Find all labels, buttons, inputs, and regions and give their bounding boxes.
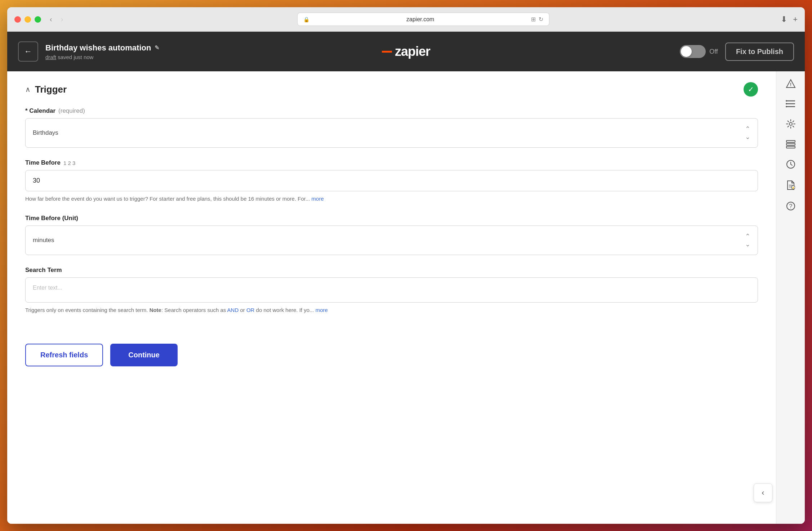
collapse-trigger-button[interactable]: ∧ [25, 85, 31, 94]
unit-chevron-icon: ⌃⌄ [745, 232, 750, 248]
refresh-fields-button[interactable]: Refresh fields [25, 344, 103, 366]
collapse-panel-icon: ‹ [762, 488, 764, 497]
back-nav-button[interactable]: ‹ [47, 14, 55, 25]
search-term-placeholder: Enter text... [33, 285, 62, 291]
trigger-title-row: ∧ Trigger [25, 84, 67, 95]
zapier-logo: zapier [382, 44, 430, 59]
svg-point-6 [786, 106, 787, 107]
time-before-more-link[interactable]: more [312, 196, 324, 202]
calendar-required: (required) [58, 107, 85, 115]
header-right: Off Fix to Publish [680, 43, 794, 61]
file-icon[interactable]: ⚡ [786, 180, 795, 190]
search-term-label: Search Term [25, 267, 758, 274]
new-tab-icon[interactable]: + [793, 15, 798, 24]
maximize-button[interactable] [35, 16, 41, 23]
time-before-label: Time Before 1 2 3 [25, 159, 758, 166]
left-panel: ∧ Trigger ✓ * Calendar (required) Birthd… [7, 71, 776, 524]
search-term-more-link[interactable]: more [316, 307, 328, 313]
lock-icon: 🔒 [303, 17, 309, 22]
svg-text:?: ? [789, 203, 792, 209]
time-before-unit-label-text: Time Before (Unit) [25, 215, 78, 222]
time-before-hint: 1 2 3 [63, 160, 75, 166]
list-icon[interactable] [786, 99, 796, 108]
search-term-input[interactable]: Enter text... [25, 277, 758, 303]
browser-actions: ⬇ + [781, 15, 798, 24]
collapse-panel-button[interactable]: ‹ [754, 483, 772, 502]
time-before-unit-field-group: Time Before (Unit) minutes ⌃⌄ [25, 215, 758, 255]
calendar-field-group: * Calendar (required) Birthdays ⌃⌄ [25, 107, 758, 148]
close-button[interactable] [14, 16, 21, 23]
calendar-label: * Calendar (required) [25, 107, 758, 115]
browser-titlebar: ‹ › 🔒 zapier.com ⊞ ↻ ⬇ + [7, 7, 805, 32]
app-header: ← Birthday wishes automation ✎ draft sav… [7, 32, 805, 71]
traffic-lights [14, 16, 41, 23]
search-term-field-group: Search Term Enter text... Triggers only … [25, 267, 758, 314]
nav-buttons: ‹ › [47, 14, 66, 25]
svg-rect-10 [786, 146, 795, 148]
minimize-button[interactable] [24, 16, 31, 23]
trigger-success-badge: ✓ [744, 82, 758, 97]
settings-icon[interactable] [786, 119, 796, 129]
back-button[interactable]: ← [18, 41, 38, 62]
version-tag: ver. e9deaed8 [11, 515, 40, 520]
time-before-unit-value: minutes [33, 237, 54, 244]
time-before-input[interactable] [25, 170, 758, 191]
and-link[interactable]: AND [227, 307, 239, 313]
calendar-chevron-icon: ⌃⌄ [745, 125, 750, 141]
translate-icon: ⊞ [531, 16, 536, 23]
search-desc-end: do not work here. If yo... [256, 307, 314, 313]
download-icon[interactable]: ⬇ [781, 15, 787, 24]
zap-title-area: Birthday wishes automation ✎ draft saved… [45, 43, 159, 60]
toggle-container: Off [680, 45, 718, 58]
clock-icon[interactable] [786, 159, 796, 169]
time-before-unit-select[interactable]: minutes ⌃⌄ [25, 226, 758, 255]
time-before-label-text: Time Before [25, 159, 61, 166]
svg-point-5 [786, 103, 787, 104]
svg-point-4 [786, 100, 787, 102]
search-desc-text: Triggers only on events containing the s… [25, 307, 227, 313]
zap-name-text: Birthday wishes automation [45, 43, 151, 53]
zap-subtitle: draft saved just now [45, 54, 159, 60]
edit-icon[interactable]: ✎ [155, 44, 159, 51]
calendar-value: Birthdays [33, 129, 58, 137]
help-icon[interactable]: ? [786, 201, 796, 211]
trigger-header: ∧ Trigger ✓ [25, 82, 758, 97]
warning-icon[interactable]: ! [786, 79, 796, 89]
stack-icon[interactable] [786, 140, 796, 148]
svg-text:⚡: ⚡ [791, 186, 795, 189]
continue-button[interactable]: Continue [110, 344, 178, 366]
forward-nav-button[interactable]: › [58, 14, 66, 25]
calendar-select[interactable]: Birthdays ⌃⌄ [25, 118, 758, 148]
or-conjunction: or [240, 307, 246, 313]
svg-rect-8 [786, 140, 795, 142]
address-bar[interactable]: 🔒 zapier.com ⊞ ↻ [297, 13, 549, 26]
trigger-title-text: Trigger [35, 84, 67, 95]
trigger-section: ∧ Trigger ✓ * Calendar (required) Birthd… [7, 71, 776, 336]
draft-link[interactable]: draft [45, 54, 56, 60]
bottom-actions: Refresh fields Continue [7, 336, 776, 377]
browser-window: ‹ › 🔒 zapier.com ⊞ ↻ ⬇ + ← Birthday wish… [7, 7, 805, 524]
right-sidebar: ! [776, 71, 805, 524]
calendar-label-text: * Calendar [25, 107, 55, 115]
fix-to-publish-button[interactable]: Fix to Publish [725, 43, 794, 61]
svg-text:!: ! [790, 82, 791, 87]
refresh-browser-icon: ↻ [539, 16, 543, 23]
svg-point-7 [789, 122, 792, 125]
time-before-unit-label: Time Before (Unit) [25, 215, 758, 222]
zap-title: Birthday wishes automation ✎ [45, 43, 159, 53]
saved-status: saved just now [58, 54, 93, 60]
url-text: zapier.com [312, 16, 528, 23]
toggle-label: Off [709, 48, 718, 55]
time-before-field-group: Time Before 1 2 3 How far before the eve… [25, 159, 758, 203]
search-term-label-text: Search Term [25, 267, 62, 274]
main-content: ∧ Trigger ✓ * Calendar (required) Birthd… [7, 71, 805, 524]
logo-dash [382, 51, 392, 53]
search-term-description: Triggers only on events containing the s… [25, 306, 758, 314]
time-before-description: How far before the event do you want us … [25, 195, 758, 203]
logo-text: zapier [395, 44, 430, 59]
svg-rect-9 [786, 143, 795, 145]
or-link[interactable]: OR [246, 307, 255, 313]
publish-toggle[interactable] [680, 45, 706, 58]
toggle-thumb [681, 46, 692, 57]
